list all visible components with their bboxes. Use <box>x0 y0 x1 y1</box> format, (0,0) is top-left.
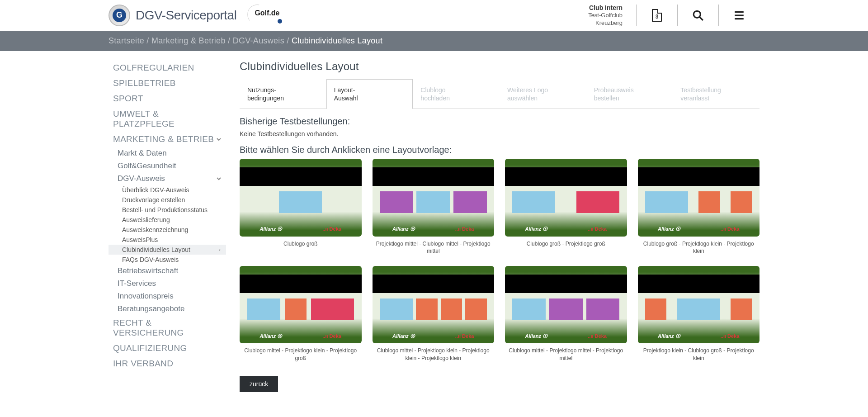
sidebar-sub-innovationspreis[interactable]: Innovationspreis <box>108 290 226 303</box>
club-info: Club Intern Test-Golfclub Kreuzberg <box>588 4 636 27</box>
golfde-label: Golf.de <box>255 9 279 17</box>
deka-logo: ..ıı Deka <box>455 333 474 339</box>
document-count: 3 <box>653 14 661 20</box>
logo-placeholder <box>441 299 462 320</box>
logo-placeholder <box>677 299 720 320</box>
layout-card[interactable]: Allianz ⦿..ıı DekaProjektlogo klein - Cl… <box>638 266 760 362</box>
logo-row <box>247 299 354 320</box>
chevron-down-icon <box>216 137 222 142</box>
header: G DGV-Serviceportal Golf.de Club Intern … <box>0 0 868 31</box>
tab-layoutauswahl[interactable]: Layout- Auswahl <box>326 79 413 109</box>
magnetic-stripe <box>373 167 495 186</box>
tab-line1: Clublogo <box>420 86 445 94</box>
tab-clublogo: Clublogo hochladen <box>413 79 500 109</box>
dgv-logo-icon: G <box>108 5 130 26</box>
tab-nutzungsbedingungen[interactable]: Nutzungs- bedingungen <box>240 79 326 109</box>
magnetic-stripe <box>638 167 760 186</box>
sidebar-top-recht[interactable]: RECHT & VERSICHERUNG <box>108 315 226 341</box>
layout-card[interactable]: Allianz ⦿..ıı DekaClublogo mittel - Proj… <box>240 266 362 362</box>
layout-card[interactable]: Allianz ⦿..ıı DekaClublogo groß <box>240 159 362 255</box>
magnetic-stripe <box>638 275 760 293</box>
search-button[interactable] <box>678 9 718 21</box>
logo-placeholder <box>247 299 280 320</box>
sidebar-item-faqs[interactable]: FAQs DGV-Ausweis <box>108 255 226 265</box>
sidebar-item-ausweislieferung[interactable]: Ausweislieferung <box>108 215 226 225</box>
logo-row <box>380 299 487 320</box>
svg-line-1 <box>699 17 703 20</box>
sidebar-item-bestellstatus[interactable]: Bestell- und Produktionsstatus <box>108 205 226 215</box>
layout-card[interactable]: Allianz ⦿..ıı DekaClublogo mittel - Proj… <box>373 266 495 362</box>
portal-title: DGV-Serviceportal <box>136 8 236 23</box>
logo-placeholder <box>549 299 583 320</box>
tab-line2: bedingungen <box>247 95 284 102</box>
tab-line1: Nutzungs- <box>247 86 276 94</box>
sponsor-row: Allianz ⦿..ıı Deka <box>240 226 362 232</box>
menu-button[interactable] <box>719 9 760 21</box>
golfde-logo[interactable]: Golf.de <box>250 6 284 24</box>
tab-line2: hochladen <box>420 95 450 102</box>
tab-weitereslogo: Weiteres Logo auswählen <box>500 79 586 109</box>
breadcrumb-link[interactable]: DGV-Ausweis <box>233 36 284 45</box>
allianz-logo: Allianz ⦿ <box>525 333 548 339</box>
layout-card[interactable]: Allianz ⦿..ıı DekaClublogo groß - Projek… <box>638 159 760 255</box>
sidebar-top-marketing[interactable]: MARKETING & BETRIEB <box>108 132 226 147</box>
layout-card-preview: Allianz ⦿..ıı Deka <box>373 159 495 236</box>
sidebar-item-druckvorlage[interactable]: Druckvorlage erstellen <box>108 195 226 205</box>
sidebar-top-spielbetrieb[interactable]: SPIELBETRIEB <box>108 76 226 91</box>
layout-card[interactable]: Allianz ⦿..ıı DekaClublogo mittel - Proj… <box>505 266 627 362</box>
chevron-right-icon: › <box>219 246 221 253</box>
sidebar-sub-gesundheit[interactable]: Golf&Gesundheit <box>108 160 226 172</box>
logo-placeholder <box>416 191 450 213</box>
sidebar-top-sport[interactable]: SPORT <box>108 91 226 106</box>
sponsor-row: Allianz ⦿..ıı Deka <box>505 333 627 339</box>
magnetic-stripe <box>240 167 362 186</box>
club-name-line2: Kreuzberg <box>588 19 623 27</box>
deka-logo: ..ıı Deka <box>721 226 740 232</box>
back-button[interactable]: zurück <box>240 376 278 392</box>
sidebar-item-clublayout[interactable]: Clubindividuelles Layout › <box>108 245 226 255</box>
magnetic-stripe <box>240 275 362 293</box>
sidebar-top-verband[interactable]: IHR VERBAND <box>108 356 226 371</box>
sidebar-sub-markt[interactable]: Markt & Daten <box>108 147 226 160</box>
logo-placeholder <box>465 299 486 320</box>
sidebar-item-ausweisplus[interactable]: AusweisPlus <box>108 235 226 245</box>
sidebar-sub-beratung[interactable]: Beratungsangebote <box>108 303 226 315</box>
layout-card-label: Clublogo groß <box>240 240 362 248</box>
sidebar-sub-itservices[interactable]: IT-Services <box>108 277 226 290</box>
logo-placeholder <box>731 191 752 213</box>
layout-card-preview: Allianz ⦿..ıı Deka <box>373 266 495 343</box>
deka-logo: ..ıı Deka <box>588 333 607 339</box>
sidebar-item-label: Clubindividuelles Layout <box>122 246 190 253</box>
sidebar-top-umwelt[interactable]: UMWELT & PLATZPFLEGE <box>108 106 226 132</box>
sidebar-sub-dgvausweis[interactable]: DGV-Ausweis <box>108 172 226 185</box>
logo-row <box>512 299 619 320</box>
deka-logo: ..ıı Deka <box>322 226 341 232</box>
sidebar-top-qualifizierung[interactable]: QUALIFIZIERUNG <box>108 341 226 356</box>
logo-placeholder <box>645 191 688 213</box>
breadcrumb-link[interactable]: Startseite <box>108 36 144 45</box>
documents-button[interactable]: 3 <box>637 9 677 22</box>
layout-card-preview: Allianz ⦿..ıı Deka <box>505 266 627 343</box>
layout-card[interactable]: Allianz ⦿..ıı DekaClublogo groß - Projek… <box>505 159 627 255</box>
sidebar-sub-betriebswirtschaft[interactable]: Betriebswirtschaft <box>108 265 226 277</box>
logo-placeholder <box>311 299 354 320</box>
sidebar-item-ueberblick[interactable]: Überblick DGV-Ausweis <box>108 185 226 195</box>
layout-card-preview: Allianz ⦿..ıı Deka <box>638 159 760 236</box>
sidebar-item-kennzeichnung[interactable]: Ausweiskennzeichnung <box>108 225 226 235</box>
logo-placeholder <box>416 299 437 320</box>
magnetic-stripe <box>505 167 627 186</box>
breadcrumb-link[interactable]: Marketing & Betrieb <box>151 36 226 45</box>
layout-grid: Allianz ⦿..ıı DekaClublogo großAllianz ⦿… <box>240 159 760 362</box>
logo-placeholder <box>586 299 620 320</box>
layout-card[interactable]: Allianz ⦿..ıı DekaProjektlogo mittel - C… <box>373 159 495 255</box>
tab-line2: bestellen <box>594 95 619 102</box>
sponsor-row: Allianz ⦿..ıı Deka <box>638 226 760 232</box>
previous-orders-heading: Bisherige Testbestellungen: <box>240 116 760 127</box>
deka-logo: ..ıı Deka <box>455 226 474 232</box>
logo-row <box>247 191 354 213</box>
chevron-down-icon <box>216 176 222 181</box>
layout-card-label: Projektlogo mittel - Clublogo mittel - P… <box>373 240 495 256</box>
club-name-line1: Test-Golfclub <box>588 12 623 19</box>
layout-card-label: Clublogo groß - Projektlogo groß <box>505 240 627 248</box>
sidebar-top-golfregularien[interactable]: GOLFREGULARIEN <box>108 60 226 76</box>
